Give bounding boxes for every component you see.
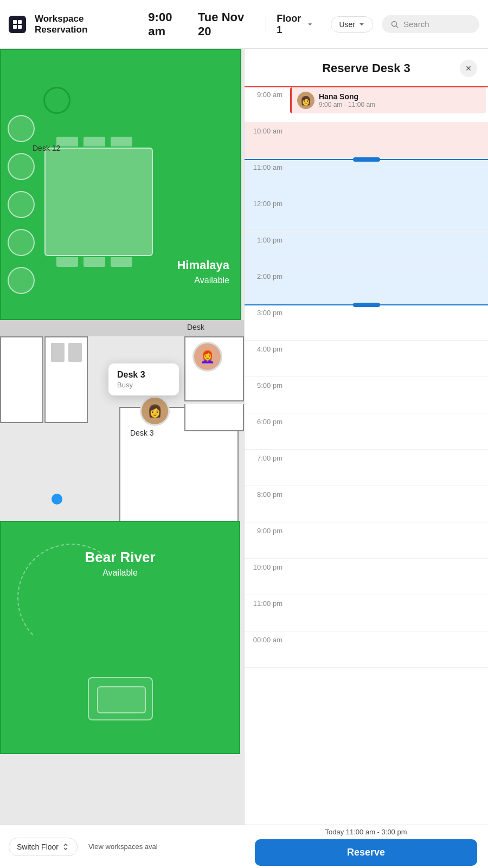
search-label: Search [403,20,429,29]
booking-name: Hana Song [319,92,375,101]
table-icon [44,148,153,256]
time-slot-midnight[interactable]: 00:00 am [245,631,488,668]
time-slot-2pm[interactable]: 2:00 pm [245,268,488,304]
chair-icon [8,191,35,218]
bottom-bar: Switch Floor View workspaces avai Today … [0,825,488,868]
chair-icon [111,257,132,267]
time-label-9pm: 9:00 pm [245,522,288,535]
time-slot-7pm[interactable]: 7:00 pm [245,450,488,486]
time-slot-10am[interactable]: 10:00 am [245,123,488,159]
app-title: Workspace Reservation [35,14,124,35]
bottom-left: Switch Floor View workspaces avai [0,838,244,856]
time-content-2pm [288,268,488,304]
booking-user: 👩 Hana Song 9:00 am - 11:00 am [297,92,480,109]
time-label-1pm: 1:00 pm [245,232,288,244]
booking-block: 👩 Hana Song 9:00 am - 11:00 am [290,87,486,113]
time-label-11am: 11:00 am [245,159,288,171]
user-location-dot [52,494,62,505]
chair-icon [84,257,105,267]
time-slot-11pm[interactable]: 11:00 pm [245,595,488,631]
header: Workspace Reservation 9:00 am Tue Nov 20… [0,0,488,49]
current-time: 9:00 am [148,10,186,39]
desk-area [44,336,88,423]
time-content-1pm [288,232,488,267]
room-bear-river[interactable]: Bear River Available [0,521,240,754]
time-label-6pm: 6:00 pm [245,413,288,426]
time-label-9am: 9:00 am [245,86,288,99]
view-workspaces-label: View workspaces avai [82,838,235,855]
room-name: Himalaya [177,258,229,272]
time-label-4pm: 4:00 pm [245,341,288,353]
arc-indicator [17,544,126,652]
reserve-time: 11:00 am - 3:00 pm [346,828,407,836]
timeline[interactable]: 9:00 am 👩 Hana Song 9:00 am - 11:00 am 1… [245,86,488,825]
time-slot-11am[interactable]: 11:00 am [245,159,488,195]
time-slot-10pm[interactable]: 10:00 pm [245,559,488,595]
floor-selector[interactable]: Floor 1 [277,13,313,36]
time-label-11pm: 11:00 pm [245,595,288,608]
svg-line-5 [396,25,399,28]
reserve-button[interactable]: Reserve [255,839,477,866]
time-slot-5pm[interactable]: 5:00 pm [245,377,488,413]
panel-title: Reserve Desk 3 [273,61,460,75]
chair-icon [8,115,35,142]
app-logo [9,16,26,33]
left-room [0,336,43,423]
time-slot-1pm[interactable]: 1:00 pm [245,232,488,268]
time-label-10am: 10:00 am [245,123,288,135]
time-label-2pm: 2:00 pm [245,268,288,280]
today-label: Today [325,828,344,836]
time-slot-9pm[interactable]: 9:00 pm [245,522,488,559]
time-slot-8pm[interactable]: 8:00 pm [245,486,488,522]
time-slot-9am[interactable]: 9:00 am 👩 Hana Song 9:00 am - 11:00 am [245,86,488,123]
search-bar[interactable]: Search [382,15,479,33]
svg-rect-1 [18,20,22,24]
svg-point-4 [392,21,397,26]
desk-popup: Desk 3 Busy [108,363,179,395]
booking-avatar: 👩 [297,92,314,109]
time-slot-6pm[interactable]: 6:00 pm [245,413,488,450]
chair-icon [8,267,35,294]
time-slot-3pm[interactable]: 3:00 pm [245,304,488,341]
sofa-icon [88,677,153,720]
time-label-10pm: 10:00 pm [245,559,288,571]
desk-12-label: Desk 12 [33,144,60,152]
reserve-desk-panel: Reserve Desk 3 × 9:00 am 👩 Hana Song 9:0… [244,49,488,825]
floor-label: Floor 1 [277,13,304,36]
time-slot-12pm[interactable]: 12:00 pm [245,195,488,232]
booking-time: 9:00 am - 11:00 am [319,101,375,108]
date-label: Tue Nov 20 [198,10,251,39]
floor-map: Himalaya Available Desk 12 👩‍🦰 Desk Desk… [0,49,244,825]
svg-rect-0 [13,20,17,24]
time-slot-4pm[interactable]: 4:00 pm [245,341,488,377]
room-status: Available [194,276,229,285]
close-button[interactable]: × [460,60,477,77]
chair-icon [111,137,132,146]
time-content-11am [288,159,488,195]
svg-rect-3 [18,25,22,29]
slot-icon [51,343,65,362]
desk-3-label: Desk 3 [130,429,154,437]
room-himalaya[interactable]: Himalaya Available [0,49,241,320]
room-himalaya-label: Himalaya Available [177,258,229,286]
desk-popup-name: Desk 3 [117,370,170,380]
map-divider [0,320,244,336]
user-button[interactable]: User [331,16,373,33]
desk-popup-status: Busy [117,381,170,389]
user-label: User [339,20,355,29]
time-label-3pm: 3:00 pm [245,304,288,317]
desk-3-avatar: 👩 [140,396,170,426]
desk-12-indicator[interactable] [43,87,70,114]
time-content-3pm [288,304,488,340]
current-time-indicator [245,86,488,87]
time-content-10am [288,123,488,158]
desk-top-avatar: 👩‍🦰 [192,342,222,372]
time-content-12pm [288,195,488,231]
time-label-midnight: 00:00 am [245,631,288,644]
time-label-8pm: 8:00 pm [245,486,288,499]
switch-floor-button[interactable]: Switch Floor [9,838,78,856]
time-label-7pm: 7:00 pm [245,450,288,462]
chair-icon [8,229,35,256]
time-content-9am: 👩 Hana Song 9:00 am - 11:00 am [288,86,488,122]
time-label-5pm: 5:00 pm [245,377,288,390]
